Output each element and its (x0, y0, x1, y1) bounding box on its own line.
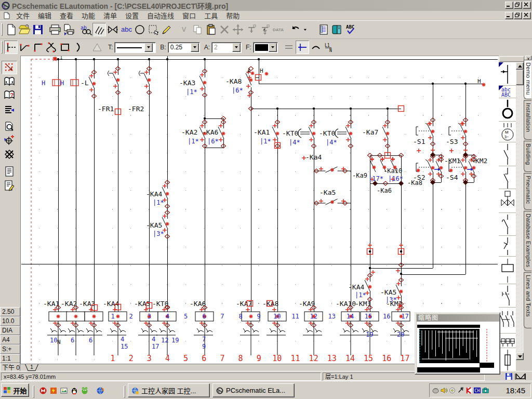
minimize-button[interactable] (505, 2, 513, 9)
spell-check-button[interactable]: ABC (344, 23, 357, 36)
find-symbol-button[interactable]: ab (79, 23, 92, 36)
status-box-3[interactable]: DIA (0, 326, 20, 335)
menu-item-4[interactable]: 功能 (77, 10, 99, 21)
task-button-1[interactable]: 工控人家园 工控... (128, 383, 210, 397)
thumbnail-title[interactable]: 缩略图 (417, 314, 499, 322)
panel-tab-demo-menu[interactable]: Demo menu (524, 60, 531, 99)
open-folder-button[interactable] (18, 23, 31, 36)
notes-page-button[interactable] (2, 165, 17, 178)
toolbar-grip[interactable] (1, 23, 3, 36)
page-tab-1[interactable]: 1 (25, 364, 38, 371)
panel-scrollbar[interactable] (516, 62, 524, 360)
quicklaunch-browser-globe-icon[interactable] (96, 386, 104, 395)
child-minimize-button[interactable] (505, 12, 513, 19)
tray-volume-icon[interactable] (440, 387, 448, 394)
tray-input-ch-icon[interactable]: CH (473, 387, 481, 394)
angle-input[interactable]: 2 (211, 42, 242, 53)
panel-tab-installation[interactable]: Installation (524, 100, 531, 140)
area-select-button[interactable] (147, 23, 160, 36)
symbol-fuse[interactable] (499, 348, 516, 371)
triangle-button[interactable] (90, 41, 104, 54)
menu-item-3[interactable]: 查看 (56, 10, 77, 21)
corner-line-button[interactable] (31, 41, 45, 54)
menu-item-5[interactable]: 清单 (99, 10, 121, 21)
line-width-value[interactable]: 0.25 (168, 44, 190, 51)
child-restore-button[interactable] (514, 12, 522, 19)
symbol-motor[interactable]: M3~ (499, 122, 516, 142)
tray-camera-icon[interactable] (482, 387, 489, 394)
symbol-mode-button[interactable] (106, 23, 119, 36)
reference-book-button[interactable] (330, 23, 344, 36)
line-draw-button[interactable] (92, 23, 106, 36)
conductor-line-button[interactable] (4, 41, 18, 54)
data-fields-button[interactable]: DATA (272, 23, 285, 36)
page-browse-button[interactable] (2, 75, 17, 88)
curve-line-button[interactable] (45, 41, 58, 54)
status-box-2[interactable]: 10.0 (0, 316, 20, 326)
quicklaunch-green-mascot-icon[interactable] (80, 386, 89, 395)
symbol-limit-switch[interactable] (499, 236, 516, 257)
rectangle-button[interactable] (58, 41, 72, 54)
symbol-pushbutton[interactable] (499, 213, 516, 236)
menu-item-7[interactable]: 自动连线 (143, 10, 178, 21)
panel-tab-database-examples[interactable]: Database Examples (524, 211, 531, 271)
arc-small-button[interactable] (309, 41, 323, 54)
panel-tab-pneumatic[interactable]: Pneumatic (524, 173, 531, 210)
symbol-contact-no[interactable] (499, 142, 516, 166)
child-close-button[interactable] (523, 12, 531, 19)
v-tool-button[interactable]: V (177, 23, 191, 36)
crosshair-tool-button[interactable] (2, 134, 17, 147)
thumbnail-content[interactable] (417, 322, 499, 374)
scroll-down-icon[interactable] (516, 353, 524, 360)
delete-x-button[interactable] (218, 23, 231, 36)
object-lister-button[interactable] (317, 23, 330, 36)
line-type-select[interactable] (114, 42, 156, 53)
angle-input-dropdown-icon[interactable] (232, 43, 241, 52)
menu-item-10[interactable]: 帮助 (222, 10, 244, 21)
help-book-button[interactable]: ? (2, 89, 17, 102)
print-button[interactable] (48, 23, 62, 36)
net-list-button[interactable] (2, 103, 17, 116)
transfer-up-button[interactable] (245, 23, 258, 36)
tray-kaspersky-icon[interactable] (465, 387, 473, 394)
status-box-5[interactable]: S:+ (0, 344, 20, 354)
zoom-preview-button[interactable] (2, 120, 17, 134)
symbol-relay-coil[interactable] (499, 257, 516, 284)
panel-tab-building[interactable]: Building (524, 141, 531, 172)
l1n-label-button[interactable]: L1N (323, 41, 336, 54)
start-button[interactable]: 开始 (1, 383, 29, 397)
text-mode-button[interactable]: abc (119, 23, 133, 36)
tray-cd-player-icon[interactable] (448, 387, 456, 394)
status-box-6[interactable]: 1:1 (0, 354, 20, 363)
scroll-up-icon[interactable] (516, 62, 524, 70)
status-box-4[interactable]: A4 (0, 335, 20, 344)
toolbar-grip-2[interactable] (1, 41, 3, 54)
pencil-edit-button[interactable] (160, 23, 174, 36)
menu-item-8[interactable]: 窗口 (178, 10, 200, 21)
color-select-dropdown-icon[interactable] (269, 43, 277, 52)
symbol-contact-nc[interactable] (499, 166, 516, 189)
panel-grab-bar[interactable] (499, 56, 524, 62)
notes-edit-button[interactable] (2, 179, 17, 192)
double-line-button[interactable] (282, 41, 296, 54)
symbol-three-pole-contact[interactable] (499, 308, 516, 334)
tray-pin-tool-icon[interactable] (457, 387, 464, 394)
restore-button[interactable] (514, 2, 522, 9)
save-floppy-button[interactable] (31, 23, 45, 36)
line-type-select-dropdown-icon[interactable] (144, 43, 153, 52)
menu-item-9[interactable]: 工具 (200, 10, 222, 21)
symbol-wire-junction[interactable] (499, 62, 516, 86)
symbol-text-abc[interactable]: abcABC (499, 86, 516, 98)
close-button[interactable] (523, 2, 531, 9)
angle-value[interactable]: 2 (212, 44, 232, 51)
symbol-lamp[interactable] (499, 98, 516, 122)
status-box-1[interactable]: 2.50 (0, 307, 20, 316)
panel-tab-lines-and-texts[interactable]: Lines and Texts (524, 272, 531, 328)
symbol-terminal-row[interactable] (499, 334, 516, 348)
arc-button[interactable] (72, 41, 85, 54)
polyline-button[interactable] (18, 41, 31, 54)
cross-diamond-button[interactable] (2, 148, 17, 161)
grid-snap-button[interactable] (2, 61, 17, 74)
undo-button[interactable] (289, 23, 302, 36)
symbol-switch-dashed[interactable] (499, 284, 516, 308)
